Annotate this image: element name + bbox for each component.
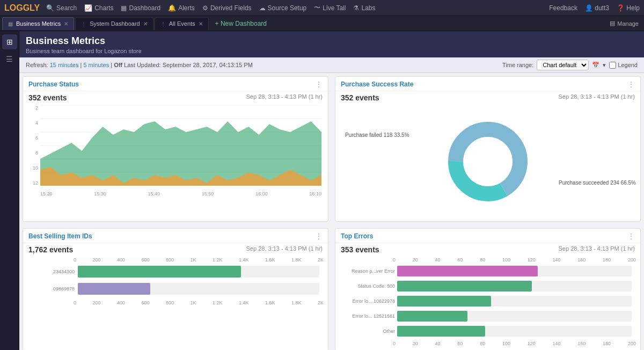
dashboard-nav-icon: ▦ — [121, 4, 127, 12]
alerts-nav-icon: 🔔 — [168, 4, 176, 12]
tab-bar: ▦ Business Metrics ✕ ⋮ System Dashboard … — [0, 16, 644, 31]
nav-derived-fields[interactable]: ⚙ Derived Fields — [202, 4, 252, 12]
nav-alerts[interactable]: 🔔 Alerts — [168, 4, 195, 12]
top-errors-meta: 353 events Sep 28, 3:13 - 4:13 PM (1 hr) — [335, 243, 640, 255]
tab-close-all-events[interactable]: ✕ — [199, 21, 203, 27]
best-selling-events: 1,762 events — [28, 245, 73, 254]
error-bar-fill-2 — [397, 281, 532, 291]
best-selling-menu-icon[interactable]: ⋮ — [315, 232, 323, 240]
calendar-icon[interactable]: 📅 — [592, 62, 599, 69]
best-selling-meta: 1,762 events Sep 28, 3:13 - 4:13 PM (1 h… — [23, 243, 328, 255]
error-bar-track-3 — [397, 296, 632, 307]
top-errors-panel: Top Errors ⋮ 353 events Sep 28, 3:13 - 4… — [335, 228, 641, 350]
nav-dashboard[interactable]: ▦ Dashboard — [121, 4, 160, 12]
error-bar-track-4 — [397, 311, 632, 322]
error-bar-label-1: Reason p...ver Error — [344, 268, 395, 274]
bar-label-2: 09869878 — [32, 286, 75, 291]
refresh-5min-link[interactable]: 5 minutes — [83, 62, 109, 68]
live-tail-nav-icon: 〜 — [314, 3, 320, 12]
sidebar-expand-icon[interactable]: ⊞ — [2, 34, 17, 49]
bar-track-2 — [78, 283, 319, 295]
refresh-15min-link[interactable]: 15 minutes — [50, 62, 79, 68]
tab-icon-business-metrics: ▦ — [8, 21, 13, 27]
purchase-success-meta: 352 events Sep 28, 3:13 - 4:13 PM (1 hr) — [335, 91, 640, 103]
time-range-control: Time range: Chart default 📅 ▾ Legend — [502, 60, 638, 70]
x-axis-purchase-status: 15:20 15:30 15:40 15:50 16:00 16:10 — [40, 191, 321, 196]
error-bar-fill-1 — [397, 266, 538, 276]
nav-search[interactable]: 🔍 Search — [46, 4, 77, 12]
chart-area-purchase-status — [40, 105, 321, 186]
donut-chart-svg — [429, 108, 547, 215]
tab-new-dashboard[interactable]: + New Dashboard — [210, 20, 272, 27]
help-icon: ❓ — [617, 4, 625, 12]
donut-chart-container: Purchase failed 118 33.5% Purchase succe… — [340, 105, 636, 218]
top-errors-body: 0 20 40 60 80 100 120 140 160 180 200 — [335, 255, 640, 350]
purchase-status-title: Purchase Status — [28, 81, 79, 88]
user-icon: 👤 — [585, 4, 593, 12]
dropdown-icon[interactable]: ▾ — [603, 62, 606, 69]
error-bar-label-2: Status Code: 500 — [344, 283, 395, 289]
page-title: Business Metrics — [26, 35, 638, 47]
user-menu[interactable]: 👤 dutt3 — [585, 4, 609, 12]
sidebar-nav-icon[interactable]: ☰ — [2, 52, 17, 67]
purchase-success-events: 352 events — [341, 93, 379, 102]
manage-button[interactable]: ▤ Manage — [604, 20, 644, 27]
tab-close-business-metrics[interactable]: ✕ — [64, 21, 68, 27]
bar-fill-2 — [78, 283, 150, 295]
list-item: Reason p...ver Error — [344, 266, 632, 276]
best-selling-x-axis: 0 200 400 600 800 1K 1.2K 1.4K 1.6K 1.8K… — [74, 257, 324, 264]
tab-all-events[interactable]: ⋮ All Events ✕ — [155, 17, 209, 30]
svg-point-10 — [464, 138, 511, 185]
y-axis-purchase-status: 12 10 8 6 4 2 — [27, 105, 38, 186]
purchase-status-menu-icon[interactable]: ⋮ — [315, 80, 323, 89]
list-item: Status Code: 500 — [344, 281, 632, 291]
tab-icon-system-dashboard: ⋮ — [81, 21, 86, 27]
list-item: 09869878 — [32, 283, 319, 295]
charts-nav-icon: 📈 — [84, 4, 92, 12]
purchase-status-events: 352 events — [28, 93, 67, 102]
donut-succeeded-label: Purchase succeeded 234 66.5% — [559, 180, 636, 186]
bar-track-1 — [78, 266, 319, 278]
source-setup-nav-icon: ☁ — [259, 4, 266, 12]
purchase-status-time: Sep 28, 3:13 - 4:13 PM (1 hr) — [246, 93, 323, 102]
search-nav-icon: 🔍 — [46, 4, 54, 12]
error-bar-label-5: Other — [344, 329, 395, 334]
derived-fields-nav-icon: ⚙ — [202, 4, 208, 12]
nav-live-tail[interactable]: 〜 Live Tail — [314, 3, 346, 12]
refresh-off-label[interactable]: Off — [114, 62, 122, 68]
sidebar: ⊞ ☰ — [0, 31, 19, 350]
feedback-button[interactable]: Feedback — [549, 4, 577, 12]
purchase-status-meta: 352 events Sep 28, 3:13 - 4:13 PM (1 hr) — [23, 91, 328, 103]
list-item: 23434300 — [32, 266, 319, 278]
manage-icon: ▤ — [610, 20, 615, 27]
nav-labs[interactable]: ⚗ Labs — [353, 4, 375, 12]
purchase-status-body: 12 10 8 6 4 2 — [23, 103, 328, 200]
tab-system-dashboard[interactable]: ⋮ System Dashboard ✕ — [75, 17, 153, 30]
tab-business-metrics[interactable]: ▦ Business Metrics ✕ — [2, 17, 74, 30]
purchase-status-area-chart: 12 10 8 6 4 2 — [27, 105, 324, 196]
top-errors-bars: Reason p...ver Error Status Code: 500 — [340, 264, 636, 337]
best-selling-header: Best Selling Item IDs ⋮ — [23, 229, 328, 243]
legend-checkbox[interactable] — [609, 62, 616, 69]
tab-close-system-dashboard[interactable]: ✕ — [143, 21, 148, 27]
time-range-select[interactable]: Chart default — [537, 60, 589, 70]
nav-charts[interactable]: 📈 Charts — [84, 4, 113, 12]
best-selling-time: Sep 28, 3:13 - 4:13 PM (1 hr) — [246, 245, 323, 254]
list-item: Error lo... 12521561 — [344, 311, 632, 322]
top-errors-x-axis-top: 0 20 40 60 80 100 120 140 160 180 200 — [393, 257, 636, 264]
best-selling-bars: 23434300 09869878 — [27, 264, 324, 295]
page-subtitle: Business team dashboard for Logazon stor… — [26, 48, 638, 54]
purchase-success-menu-icon[interactable]: ⋮ — [627, 80, 635, 89]
logo[interactable]: LOGGLY — [4, 3, 40, 13]
purchase-success-body: Purchase failed 118 33.5% Purchase succe… — [335, 103, 640, 221]
top-errors-menu-icon[interactable]: ⋮ — [627, 232, 635, 240]
purchase-status-panel: Purchase Status ⋮ 352 events Sep 28, 3:1… — [23, 76, 328, 222]
refresh-info: Refresh: 15 minutes | 5 minutes | Off La… — [26, 62, 253, 68]
error-bar-fill-3 — [397, 296, 491, 307]
error-bar-label-3: Error lo... 10622978 — [344, 298, 395, 304]
bar-label-1: 23434300 — [32, 269, 75, 274]
help-button[interactable]: ❓ Help — [617, 4, 640, 12]
nav-source-setup[interactable]: ☁ Source Setup — [259, 4, 307, 12]
donut-failed-label: Purchase failed 118 33.5% — [345, 132, 409, 138]
dashboard-header: Business Metrics Business team dashboard… — [19, 31, 644, 57]
